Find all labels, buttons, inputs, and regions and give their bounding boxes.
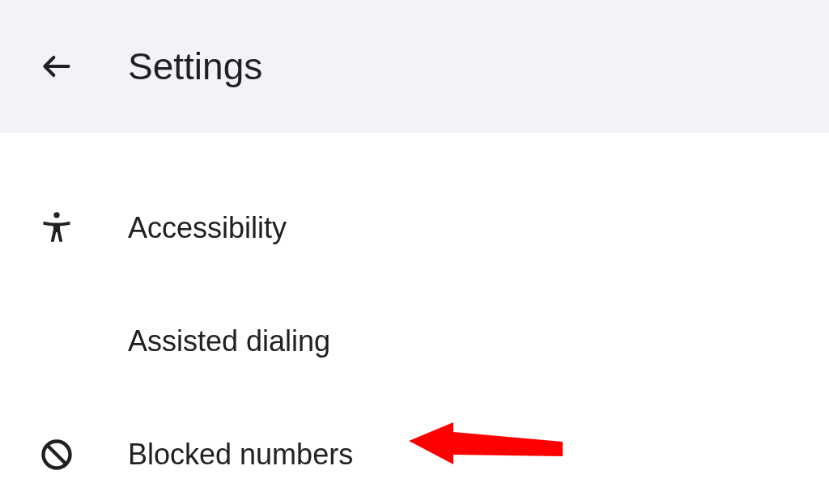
settings-item-assisted-dialing[interactable]: Assisted dialing [0,285,829,398]
settings-list: Accessibility Assisted dialing Blocked n… [0,133,829,504]
page-title: Settings [128,44,262,88]
arrow-left-icon [39,49,74,84]
settings-item-label: Accessibility [128,211,287,245]
settings-item-label: Assisted dialing [128,324,330,358]
settings-item-blocked-numbers[interactable]: Blocked numbers [0,398,829,504]
blank-icon [39,324,74,359]
block-icon [39,437,74,472]
header-bar: Settings [0,0,829,133]
back-button[interactable] [39,49,74,84]
accessibility-icon [39,210,74,246]
svg-line-2 [47,445,66,464]
settings-item-label: Blocked numbers [128,438,353,472]
svg-point-0 [53,212,59,218]
settings-item-accessibility[interactable]: Accessibility [0,172,829,285]
